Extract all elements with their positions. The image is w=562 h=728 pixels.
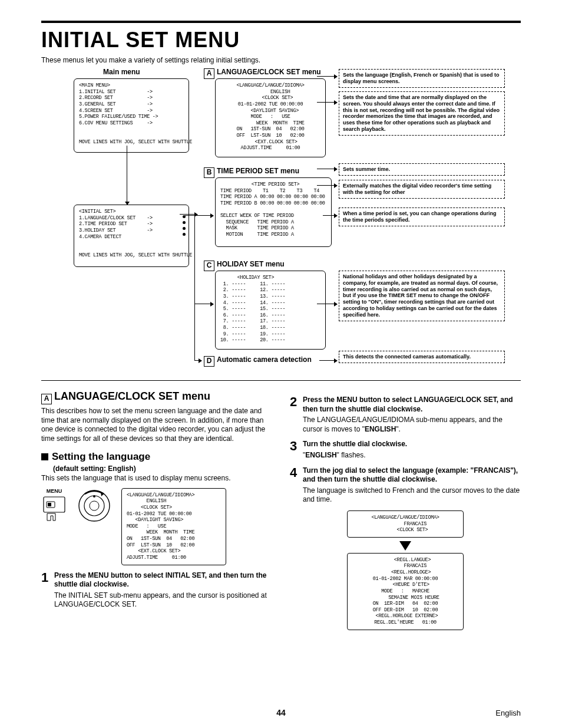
menu-a-screen: <LANGUAGE/LANGUE/IDIOMA> ENGLISH <CLOCK … bbox=[215, 78, 326, 157]
letter-c-icon: C bbox=[204, 261, 214, 271]
menu-diagram: Main menu ALANGUAGE/CLOCK SET menu BTIME… bbox=[41, 68, 521, 386]
initial-set-screen: <INITIAL SET> 1.LANGUAGE/CLOCK SET -> 2.… bbox=[74, 205, 189, 267]
menu-d-label: DAutomatic camera detection bbox=[204, 355, 312, 367]
step-1-text: The INITIAL SET sub-menu appears, and th… bbox=[54, 591, 272, 610]
step-2: 2 Press the MENU button to select LANGUA… bbox=[290, 396, 521, 434]
default-setting: (default setting: English) bbox=[53, 465, 272, 474]
menu-b-label: BTIME PERIOD SET menu bbox=[204, 167, 299, 178]
step-1-number: 1 bbox=[41, 571, 51, 610]
callout-b: When a time period is set, you can chang… bbox=[339, 207, 505, 226]
step-4: 4 Turn the jog dial to select the langua… bbox=[290, 466, 521, 505]
black-square-icon bbox=[41, 453, 48, 460]
mini-screen-a: <LANGUAGE/LANGUE/IDIOMA> ENGLISH <CLOCK … bbox=[121, 488, 226, 565]
letter-a-icon: A bbox=[41, 394, 52, 404]
svg-rect-2 bbox=[48, 503, 51, 506]
svg-point-5 bbox=[90, 501, 99, 510]
main-menu-screen: <MAIN MENU> 1.INITIAL SET -> 2.RECORD SE… bbox=[74, 78, 189, 153]
setting-language-body: This sets the language that is used to d… bbox=[41, 474, 272, 483]
menu-button-icon: MENU bbox=[41, 488, 67, 522]
step-3: 3 Turn the shuttle dial clockwise. "ENGL… bbox=[290, 440, 521, 460]
step-4-text: The language is switched to French and t… bbox=[303, 486, 521, 505]
down-arrow-icon bbox=[398, 539, 412, 552]
page-title: INITIAL SET MENU bbox=[41, 28, 521, 52]
menu-c-label: CHOLIDAY SET menu bbox=[204, 260, 285, 271]
step-4-number: 4 bbox=[290, 466, 299, 505]
section-a-heading: ALANGUAGE/CLOCK SET menu bbox=[41, 390, 272, 404]
right-column: 2 Press the MENU button to select LANGUA… bbox=[290, 390, 521, 630]
menu-c-screen: <HOLIDAY SET> 1. ----- 11. ----- 2. ----… bbox=[215, 271, 326, 350]
letter-b-icon: B bbox=[204, 167, 214, 178]
page-number: 44 bbox=[0, 708, 562, 717]
callout-a1: Sets the language (English, French or Sp… bbox=[339, 69, 505, 88]
french-screen-top: <LANGUAGE/LANGUE/IDIOMA> FRANCAIS <CLOCK… bbox=[347, 510, 464, 538]
section-a-body: This describes how to set the menu scree… bbox=[41, 407, 272, 443]
shuttle-dial-icon bbox=[77, 488, 112, 523]
callout-c: National holidays and other holidays des… bbox=[339, 271, 505, 321]
main-menu-label: Main menu bbox=[103, 68, 140, 76]
callout-a2: Sets the date and time that are normally… bbox=[339, 91, 505, 136]
step-1-head: Press the MENU button to select INITIAL … bbox=[54, 571, 272, 589]
letter-d-icon: D bbox=[204, 356, 214, 367]
callout-a3: Sets summer time. bbox=[339, 163, 505, 176]
callout-a4: Externally matches the digital video rec… bbox=[339, 180, 505, 199]
svg-marker-8 bbox=[399, 541, 411, 551]
intro-text: These menus let you make a variety of se… bbox=[41, 56, 521, 64]
step-2-number: 2 bbox=[290, 396, 299, 434]
step-2-text: The LANGUAGE/LANGUE/IDIOMA sub-menu appe… bbox=[303, 416, 521, 434]
step-3-number: 3 bbox=[290, 440, 299, 460]
step-4-head: Turn the jog dial to select the language… bbox=[303, 466, 521, 485]
french-screen-bottom: <REGL.LANGUE> FRANCAIS <REGL.HORLOGE> 01… bbox=[347, 553, 464, 630]
menu-b-screen: <TIME PERIOD SET> TIME PERIOD T1 T2 T3 T… bbox=[215, 177, 332, 247]
svg-point-6 bbox=[93, 495, 95, 498]
english-label: English bbox=[495, 709, 521, 717]
menu-a-label: ALANGUAGE/CLOCK SET menu bbox=[204, 68, 321, 79]
left-column: ALANGUAGE/CLOCK SET menu This describes … bbox=[41, 390, 272, 630]
step-3-head: Turn the shuttle dial clockwise. bbox=[303, 440, 521, 449]
step-1: 1 Press the MENU button to select INITIA… bbox=[41, 571, 272, 610]
step-2-head: Press the MENU button to select LANGUAGE… bbox=[303, 396, 521, 414]
step-3-text: "ENGLISH" flashes. bbox=[303, 451, 521, 460]
setting-language-heading: Setting the language bbox=[41, 450, 272, 463]
callout-d: This detects the connected cameras autom… bbox=[339, 351, 505, 363]
letter-a-icon: A bbox=[204, 68, 214, 79]
